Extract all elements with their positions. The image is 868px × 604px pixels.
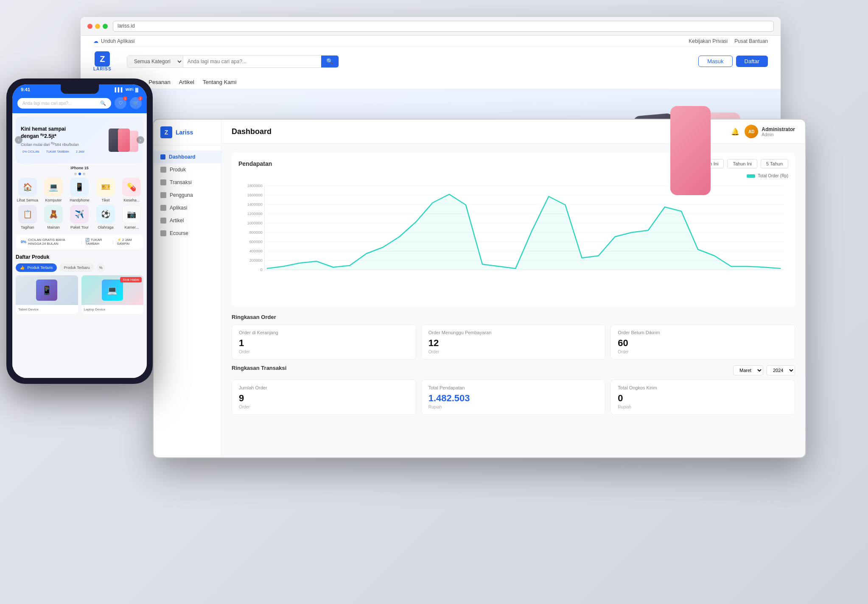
mobile-search-field[interactable]: Anda lagi mau cari apa?... 🔍 [17, 98, 111, 109]
tiket-icon: 🎫 [96, 178, 115, 196]
kesehatan-label: Keseha... [123, 198, 140, 202]
mobile-notch [61, 84, 99, 94]
mobile-screen: 9:41 ▌▌▌ WiFi ▓ Anda lagi mau cari apa?.… [12, 84, 147, 378]
transaksi-ongkos-kirim: Total Ongkos Kirim 0 Rupiah [610, 380, 795, 415]
url-bar[interactable]: lariss.id [113, 21, 774, 32]
transaction-header-row: Ringkasan Transaksi Maret 2024 [232, 365, 795, 375]
sidebar-logo-name: Lariss [176, 129, 193, 136]
kesehatan-icon: 💊 [122, 178, 141, 196]
sidebar-item-aplikasi[interactable]: Aplikasi [154, 201, 221, 214]
sidebar-item-pengguna[interactable]: Pengguna [154, 189, 221, 201]
product-tabs: 👍 Produk Terlaris Produk Terbaru % [16, 263, 143, 272]
order-keranjang-unit: Order [239, 350, 409, 354]
product-name-2: Laptop Device [84, 308, 141, 311]
transaksi-ongkos-value: 0 [618, 393, 788, 404]
filter-dropdowns: Maret 2024 [733, 365, 795, 375]
wishlist-button[interactable]: ♡ 1 [115, 97, 126, 109]
promo-cicilan-item: 0% CICILAN GRATIS BIAYA HINGGA 24 BULAN [21, 238, 78, 246]
notification-bell-icon[interactable]: 🔔 [731, 128, 739, 136]
order-card-menunggu: Order Menunggu Pembayaran 12 Order [421, 324, 606, 360]
order-menunggu-label: Order Menunggu Pembayaran [428, 330, 599, 335]
transaction-title: Ringkasan Transaksi [232, 365, 286, 371]
nav-pesanan[interactable]: Pesanan [148, 79, 170, 85]
category-handphone[interactable]: 📱 Handphone [68, 178, 91, 202]
sidebar-item-dashboard[interactable]: Dashboard [154, 151, 221, 163]
login-button[interactable]: Masuk [698, 56, 732, 67]
product-card-2[interactable]: 💻 Stok Habis Laptop Device [81, 275, 144, 314]
transaksi-pendapatan-unit: Rupiah [428, 405, 599, 409]
website-search-bar: Semua Kategori 🔍 [127, 55, 339, 68]
month-filter[interactable]: Maret [733, 365, 763, 375]
website-nav: Z LARISS Semua Kategori 🔍 Masuk Daftar [93, 47, 768, 76]
transaksi-jumlah-unit: Order [239, 405, 409, 409]
hero-next-btn[interactable]: › [137, 136, 144, 144]
help-link[interactable]: Pusat Bantuan [734, 38, 768, 44]
nav-artikel[interactable]: Artikel [179, 79, 194, 85]
promo-2jam-text: ⚡ 2 JAM SAMPAI [117, 238, 138, 246]
svg-text:1800000: 1800000 [247, 184, 263, 188]
dashboard-header-right: 🔔 AD Administrator Admin [731, 125, 795, 138]
product-info-1: Tablet Device [16, 305, 78, 314]
order-keranjang-value: 1 [239, 338, 409, 349]
category-lihat-semua[interactable]: 🏠 Lihat Semua [16, 178, 39, 202]
tab-terlaris-icon: 👍 [20, 266, 25, 270]
order-belum-dikirim-unit: Order [618, 350, 788, 354]
category-paket-tour[interactable]: ✈️ Paket Tour [68, 205, 91, 229]
promo-tukar-text: 🔄 TUKAR TAMBAH [85, 238, 109, 246]
cart-button[interactable]: 🛒 2 [130, 97, 142, 109]
mainan-label: Mainan [47, 225, 60, 229]
svg-text:400000: 400000 [249, 249, 263, 253]
wishlist-badge: 1 [123, 96, 127, 101]
register-button[interactable]: Daftar [736, 56, 768, 67]
sidebar-item-produk[interactable]: Produk [154, 163, 221, 176]
category-komputer[interactable]: 💻 Komputer [42, 178, 65, 202]
sidebar-logo-z-icon: Z [160, 126, 172, 138]
logo-z-icon: Z [95, 51, 110, 67]
categories-grid: 🏠 Lihat Semua 💻 Komputer 📱 Handphone 🎫 T… [16, 178, 143, 229]
tagihan-icon: 📋 [18, 205, 37, 224]
handphone-icon: 📱 [70, 178, 89, 196]
hero-prev-btn[interactable]: ‹ [15, 136, 22, 144]
website-search-input[interactable] [183, 56, 321, 67]
svg-text:800000: 800000 [249, 230, 263, 235]
transaksi-total-pendapatan: Total Pendapatan 1.482.503 Rupiah [421, 380, 606, 415]
tab-terlaris[interactable]: 👍 Produk Terlaris [16, 263, 57, 272]
policy-link[interactable]: Kebijakan Privasi [689, 38, 728, 44]
product-card-1[interactable]: 📱 Tablet Device [16, 275, 78, 314]
tab-diskon[interactable]: % [97, 263, 105, 272]
search-button[interactable]: 🔍 [321, 56, 339, 67]
website-topbar: ☁ Unduh Aplikasi Kebijakan Privasi Pusat… [93, 36, 768, 47]
iphone-label: iPhone 15 [12, 166, 147, 170]
filter-tahun-ini[interactable]: Tahun Ini [727, 159, 757, 168]
category-mainan[interactable]: 🧸 Mainan [42, 205, 65, 229]
cart-icon: 🛒 [133, 100, 139, 106]
promo-tukar-item: 🔄 TUKAR TAMBAH [85, 238, 109, 246]
tab-terbaru[interactable]: Produk Terbaru [59, 263, 94, 272]
mini-phone-pink [118, 129, 130, 152]
battery-icon: ▓ [135, 87, 138, 92]
browser-topbar: lariss.id [81, 17, 781, 36]
mobile-content: ‹ Kini hemat sampaidengan Rp2.5jt* Cicil… [12, 113, 147, 378]
category-olahraga[interactable]: ⚽ Olahraga [94, 205, 117, 229]
category-kamera[interactable]: 📷 Kamer... [120, 205, 143, 229]
sidebar-menu: Dashboard Produk Transaksi Pengguna Apli… [154, 151, 221, 240]
sidebar-item-ecourse[interactable]: Ecourse [154, 227, 221, 240]
download-app-label: Unduh Aplikasi [101, 38, 134, 44]
sidebar-item-artikel[interactable]: Artikel [154, 214, 221, 227]
mobile-hero-card: Kini hemat sampaidengan Rp2.5jt* Cicilan… [16, 117, 143, 163]
category-kesehatan[interactable]: 💊 Keseha... [120, 178, 143, 202]
category-tiket[interactable]: 🎫 Tiket [94, 178, 117, 202]
nav-tentang[interactable]: Tentang Kami [203, 79, 237, 85]
promo-cicilan-text: 0% [21, 240, 26, 244]
sidebar-item-transaksi[interactable]: Transaksi [154, 176, 221, 189]
filter-5tahun[interactable]: 5 Tahun [761, 159, 788, 168]
pengguna-icon [160, 192, 166, 198]
status-icons: ▌▌▌ WiFi ▓ [115, 87, 138, 92]
year-filter[interactable]: 2024 [767, 365, 795, 375]
category-select[interactable]: Semua Kategori [127, 56, 183, 67]
sidebar-label-produk: Produk [170, 167, 186, 173]
nav-dot-3 [83, 173, 85, 175]
tablet-main: Dashboard 🔔 AD Administrator Admin [221, 120, 805, 457]
category-tagihan[interactable]: 📋 Tagihan [16, 205, 39, 229]
paket-tour-label: Paket Tour [70, 225, 89, 229]
